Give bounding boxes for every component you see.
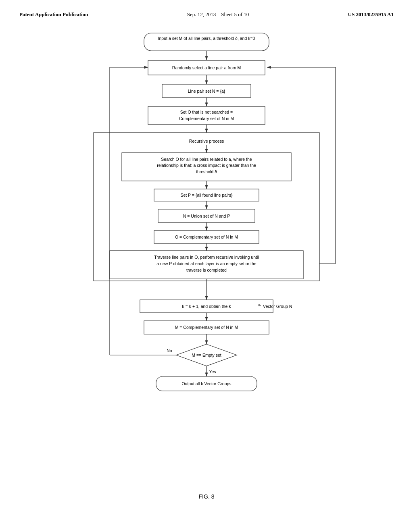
svg-text:Set P = {all found line pairs}: Set P = {all found line pairs} <box>180 193 233 197</box>
svg-text:Set O that is not searched =: Set O that is not searched = <box>180 110 233 114</box>
svg-text:Yes: Yes <box>209 369 216 374</box>
svg-text:O = Complementary set of N in : O = Complementary set of N in M <box>175 235 238 239</box>
figure-label: FIG. 8 <box>199 493 215 500</box>
diagram-area: Input a set M of all line pairs, a thres… <box>0 26 413 500</box>
header-center: Sep. 12, 2013 Sheet 5 of 10 <box>187 11 249 18</box>
svg-text:N = Union set of N and P: N = Union set of N and P <box>183 214 230 218</box>
header-right: US 2013/0235915 A1 <box>348 11 394 18</box>
svg-text:th: th <box>258 303 261 307</box>
svg-text:k = k + 1, and obtain the k: k = k + 1, and obtain the k <box>182 304 232 309</box>
svg-text:Vector Group N: Vector Group N <box>263 304 292 309</box>
svg-text:a new P obtained at each layer: a new P obtained at each layer is an emp… <box>156 261 256 266</box>
svg-text:Randomly select a line pair a : Randomly select a line pair a from M <box>172 65 241 70</box>
svg-text:threshold δ: threshold δ <box>196 169 217 174</box>
svg-text:Search O for all line pairs re: Search O for all line pairs related to a… <box>161 157 252 162</box>
svg-text:Traverse line pairs in O, perf: Traverse line pairs in O, perform recurs… <box>154 255 259 260</box>
header-left: Patent Application Publication <box>19 11 88 18</box>
svg-text:Output all k Vector Groups: Output all k Vector Groups <box>181 381 231 386</box>
svg-text:M == Empty set: M == Empty set <box>192 353 221 357</box>
svg-text:Line pair set N = {a}: Line pair set N = {a} <box>188 89 225 94</box>
flowchart-svg: Input a set M of all line pairs, a thres… <box>69 26 344 485</box>
svg-text:Input a set M of all line pair: Input a set M of all line pairs, a thres… <box>158 36 255 41</box>
svg-text:Recursive process: Recursive process <box>189 139 224 143</box>
svg-text:No: No <box>167 348 172 353</box>
svg-text:relationship is that: a cross : relationship is that: a cross impact is … <box>157 163 256 168</box>
svg-text:Complementary set of N in M: Complementary set of N in M <box>179 116 234 121</box>
page-header: Patent Application Publication Sep. 12, … <box>0 0 413 18</box>
svg-text:M = Complementary set of N in : M = Complementary set of N in M <box>175 325 238 330</box>
svg-rect-27 <box>148 106 265 125</box>
svg-text:traverse is completed: traverse is completed <box>186 268 227 272</box>
